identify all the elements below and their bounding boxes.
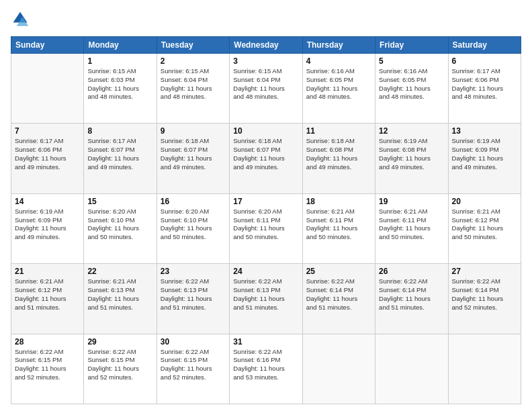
day-info: Sunrise: 6:22 AM Sunset: 6:15 PM Dayligh… <box>161 348 226 382</box>
calendar-header-thursday: Thursday <box>302 37 375 54</box>
day-info: Sunrise: 6:20 AM Sunset: 6:11 PM Dayligh… <box>233 208 298 242</box>
day-number: 11 <box>306 126 371 136</box>
day-info: Sunrise: 6:16 AM Sunset: 6:05 PM Dayligh… <box>379 67 444 101</box>
day-number: 12 <box>379 126 444 136</box>
day-info: Sunrise: 6:18 AM Sunset: 6:07 PM Dayligh… <box>161 137 226 171</box>
calendar-cell: 26Sunrise: 6:22 AM Sunset: 6:14 PM Dayli… <box>375 264 448 334</box>
calendar-header-sunday: Sunday <box>11 37 84 54</box>
day-number: 20 <box>452 197 517 206</box>
day-info: Sunrise: 6:17 AM Sunset: 6:06 PM Dayligh… <box>452 67 517 101</box>
day-info: Sunrise: 6:22 AM Sunset: 6:13 PM Dayligh… <box>233 277 298 312</box>
calendar-cell: 12Sunrise: 6:19 AM Sunset: 6:08 PM Dayli… <box>375 124 448 193</box>
day-number: 16 <box>161 197 226 206</box>
day-number: 17 <box>233 197 298 206</box>
day-info: Sunrise: 6:22 AM Sunset: 6:15 PM Dayligh… <box>15 348 80 382</box>
day-number: 6 <box>452 56 517 66</box>
calendar-cell <box>11 54 84 124</box>
calendar-cell: 23Sunrise: 6:22 AM Sunset: 6:13 PM Dayli… <box>157 264 229 334</box>
calendar-cell <box>448 334 521 404</box>
day-number: 24 <box>233 267 298 276</box>
day-number: 1 <box>87 56 152 66</box>
calendar-header-tuesday: Tuesday <box>157 37 229 54</box>
calendar-cell: 30Sunrise: 6:22 AM Sunset: 6:15 PM Dayli… <box>157 334 229 404</box>
calendar-header-wednesday: Wednesday <box>230 37 302 54</box>
day-info: Sunrise: 6:18 AM Sunset: 6:08 PM Dayligh… <box>306 137 371 171</box>
day-number: 21 <box>15 267 80 276</box>
day-number: 22 <box>87 267 152 276</box>
calendar-cell <box>375 334 448 404</box>
day-info: Sunrise: 6:17 AM Sunset: 6:07 PM Dayligh… <box>87 137 152 171</box>
day-info: Sunrise: 6:20 AM Sunset: 6:10 PM Dayligh… <box>87 208 152 242</box>
calendar-week-row: 7Sunrise: 6:17 AM Sunset: 6:06 PM Daylig… <box>11 124 521 193</box>
day-info: Sunrise: 6:22 AM Sunset: 6:14 PM Dayligh… <box>379 277 444 312</box>
calendar-cell: 20Sunrise: 6:21 AM Sunset: 6:12 PM Dayli… <box>448 193 521 263</box>
calendar-header-saturday: Saturday <box>448 37 521 54</box>
day-number: 5 <box>379 56 444 66</box>
day-number: 14 <box>15 197 80 206</box>
calendar-week-row: 1Sunrise: 6:15 AM Sunset: 6:03 PM Daylig… <box>11 54 521 124</box>
day-info: Sunrise: 6:22 AM Sunset: 6:14 PM Dayligh… <box>452 277 517 312</box>
calendar-cell: 10Sunrise: 6:18 AM Sunset: 6:07 PM Dayli… <box>230 124 302 193</box>
calendar-cell: 18Sunrise: 6:21 AM Sunset: 6:11 PM Dayli… <box>302 193 375 263</box>
calendar-cell: 2Sunrise: 6:15 AM Sunset: 6:04 PM Daylig… <box>157 54 229 124</box>
day-info: Sunrise: 6:15 AM Sunset: 6:04 PM Dayligh… <box>161 67 226 101</box>
day-number: 13 <box>452 126 517 136</box>
day-info: Sunrise: 6:21 AM Sunset: 6:13 PM Dayligh… <box>87 277 152 312</box>
day-number: 7 <box>15 126 80 136</box>
calendar-cell: 3Sunrise: 6:15 AM Sunset: 6:04 PM Daylig… <box>230 54 302 124</box>
day-info: Sunrise: 6:22 AM Sunset: 6:15 PM Dayligh… <box>87 348 152 382</box>
calendar-week-row: 14Sunrise: 6:19 AM Sunset: 6:09 PM Dayli… <box>11 193 521 263</box>
calendar-cell: 21Sunrise: 6:21 AM Sunset: 6:12 PM Dayli… <box>11 264 84 334</box>
logo <box>11 11 32 30</box>
day-number: 10 <box>233 126 298 136</box>
calendar-cell: 24Sunrise: 6:22 AM Sunset: 6:13 PM Dayli… <box>230 264 302 334</box>
day-number: 3 <box>233 56 298 66</box>
logo-icon <box>11 11 30 30</box>
calendar-cell: 8Sunrise: 6:17 AM Sunset: 6:07 PM Daylig… <box>84 124 157 193</box>
day-number: 23 <box>161 267 226 276</box>
calendar-header-row: SundayMondayTuesdayWednesdayThursdayFrid… <box>11 37 521 54</box>
day-number: 25 <box>306 267 371 276</box>
day-number: 8 <box>87 126 152 136</box>
calendar-cell: 17Sunrise: 6:20 AM Sunset: 6:11 PM Dayli… <box>230 193 302 263</box>
page: SundayMondayTuesdayWednesdayThursdayFrid… <box>0 0 532 411</box>
calendar-cell: 25Sunrise: 6:22 AM Sunset: 6:14 PM Dayli… <box>302 264 375 334</box>
day-info: Sunrise: 6:22 AM Sunset: 6:16 PM Dayligh… <box>233 348 298 382</box>
day-number: 2 <box>161 56 226 66</box>
day-info: Sunrise: 6:19 AM Sunset: 6:08 PM Dayligh… <box>379 137 444 171</box>
day-info: Sunrise: 6:22 AM Sunset: 6:13 PM Dayligh… <box>161 277 226 312</box>
day-number: 19 <box>379 197 444 206</box>
day-number: 4 <box>306 56 371 66</box>
calendar-cell: 14Sunrise: 6:19 AM Sunset: 6:09 PM Dayli… <box>11 193 84 263</box>
day-info: Sunrise: 6:16 AM Sunset: 6:05 PM Dayligh… <box>306 67 371 101</box>
day-number: 29 <box>87 337 152 347</box>
day-info: Sunrise: 6:15 AM Sunset: 6:04 PM Dayligh… <box>233 67 298 101</box>
calendar-table: SundayMondayTuesdayWednesdayThursdayFrid… <box>11 36 521 404</box>
calendar-week-row: 21Sunrise: 6:21 AM Sunset: 6:12 PM Dayli… <box>11 264 521 334</box>
calendar-week-row: 28Sunrise: 6:22 AM Sunset: 6:15 PM Dayli… <box>11 334 521 404</box>
calendar-cell: 28Sunrise: 6:22 AM Sunset: 6:15 PM Dayli… <box>11 334 84 404</box>
day-number: 28 <box>15 337 80 347</box>
calendar-cell: 9Sunrise: 6:18 AM Sunset: 6:07 PM Daylig… <box>157 124 229 193</box>
calendar-cell: 13Sunrise: 6:19 AM Sunset: 6:09 PM Dayli… <box>448 124 521 193</box>
day-info: Sunrise: 6:21 AM Sunset: 6:12 PM Dayligh… <box>15 277 80 312</box>
day-number: 27 <box>452 267 517 276</box>
calendar-cell: 15Sunrise: 6:20 AM Sunset: 6:10 PM Dayli… <box>84 193 157 263</box>
day-info: Sunrise: 6:21 AM Sunset: 6:11 PM Dayligh… <box>306 208 371 242</box>
day-info: Sunrise: 6:17 AM Sunset: 6:06 PM Dayligh… <box>15 137 80 171</box>
header <box>11 11 521 30</box>
calendar-cell: 16Sunrise: 6:20 AM Sunset: 6:10 PM Dayli… <box>157 193 229 263</box>
calendar-cell: 19Sunrise: 6:21 AM Sunset: 6:11 PM Dayli… <box>375 193 448 263</box>
calendar-cell <box>302 334 375 404</box>
calendar-header-friday: Friday <box>375 37 448 54</box>
day-number: 15 <box>87 197 152 206</box>
calendar-cell: 29Sunrise: 6:22 AM Sunset: 6:15 PM Dayli… <box>84 334 157 404</box>
calendar-cell: 7Sunrise: 6:17 AM Sunset: 6:06 PM Daylig… <box>11 124 84 193</box>
calendar-cell: 22Sunrise: 6:21 AM Sunset: 6:13 PM Dayli… <box>84 264 157 334</box>
calendar-cell: 31Sunrise: 6:22 AM Sunset: 6:16 PM Dayli… <box>230 334 302 404</box>
calendar-cell: 6Sunrise: 6:17 AM Sunset: 6:06 PM Daylig… <box>448 54 521 124</box>
calendar-cell: 5Sunrise: 6:16 AM Sunset: 6:05 PM Daylig… <box>375 54 448 124</box>
calendar-cell: 4Sunrise: 6:16 AM Sunset: 6:05 PM Daylig… <box>302 54 375 124</box>
day-number: 31 <box>233 337 298 347</box>
day-info: Sunrise: 6:19 AM Sunset: 6:09 PM Dayligh… <box>452 137 517 171</box>
